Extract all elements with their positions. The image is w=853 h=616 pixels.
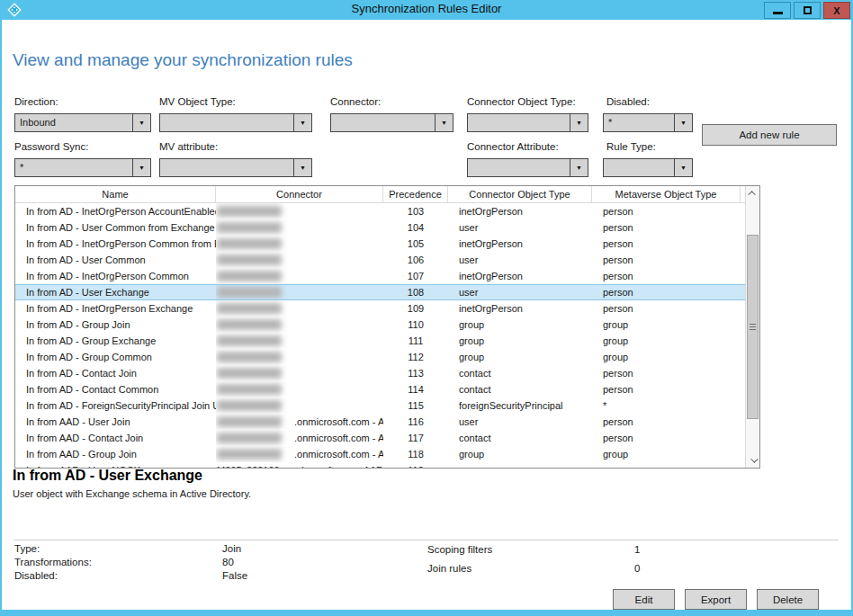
table-row[interactable]: In from AD - InetOrgPerson Common107inet… [15,268,745,284]
redacted-connector [217,206,282,217]
connector-cell [216,252,383,268]
chevron-down-icon: ▼ [139,120,145,126]
rule-name-cell: In from AD - User Common from Exchange [15,219,216,236]
table-row[interactable]: In from AD - ForeignSecurityPrincipal Jo… [15,397,745,414]
connector-cell: .onmicrosoft.com - AAD [216,414,383,430]
chevron-down-icon: ▼ [680,120,687,126]
table-body: In from AD - InetOrgPerson AccountEnable… [15,203,745,468]
direction-dropdown[interactable]: Inbound ▼ [14,113,151,132]
metaverse-object-type-cell: person [592,414,741,430]
type-label: Type: [14,543,40,554]
direction-dropdown-button[interactable]: ▼ [132,114,150,131]
column-header-metaverse-object-type[interactable]: Metaverse Object Type [592,186,741,202]
connector-object-type-cell: inetOrgPerson [448,300,592,317]
scrollbar-up-button[interactable] [746,186,759,201]
column-header-precedence[interactable]: Precedence [383,186,448,202]
mv-attribute-dropdown-button[interactable]: ▼ [293,159,311,176]
table-row[interactable]: In from AD - User Common from Exchange10… [15,219,745,236]
table-row[interactable]: In from AD - Group Exchange111groupgroup [15,333,745,349]
close-button[interactable]: X [823,2,850,19]
table-row[interactable]: In from AD - InetOrgPerson AccountEnable… [15,203,745,219]
scrollbar-thumb[interactable] [747,235,759,419]
precedence-cell: 105 [383,236,448,252]
chevron-down-icon: ▼ [680,165,687,171]
mv-attribute-value [160,159,293,176]
connector-object-type-cell: contact [448,430,592,446]
metaverse-object-type-cell: * [592,397,741,414]
rule-name-cell: In from AD - Contact Join [15,365,216,381]
mv-object-type-dropdown-button[interactable]: ▼ [293,114,311,131]
connector-object-type-cell: user [448,252,592,268]
column-header-name[interactable]: Name [15,186,216,202]
rule-name-cell: In from AAD - User Join [15,414,216,430]
rule-type-value [604,159,674,176]
rule-name-cell: In from AD - ForeignSecurityPrincipal Jo… [15,397,216,414]
table-row[interactable]: In from AAD - Contact Join.onmicrosoft.c… [15,430,745,446]
scrollbar-grip-icon [750,324,756,330]
connector-object-type-cell: group [448,333,592,349]
table-row[interactable]: In from AD - Group Join110groupgroup [15,317,745,333]
table-row[interactable]: In from AD - Group Common112groupgroup [15,349,745,365]
table-row[interactable]: In from AD - User Exchange108userperson [15,284,745,300]
table-row[interactable]: In from AD - InetOrgPerson Exchange109in… [15,300,745,317]
column-header-connector[interactable]: Connector [216,186,383,202]
add-new-rule-button[interactable]: Add new rule [702,124,837,146]
minimize-icon [773,12,783,14]
password-sync-dropdown[interactable]: * ▼ [14,158,151,177]
connector-attribute-dropdown-button[interactable]: ▼ [570,159,588,176]
connector-object-type-dropdown[interactable]: ▼ [467,113,588,132]
table-row[interactable]: In from AD - Contact Join113contactperso… [15,365,745,381]
connector-attribute-dropdown[interactable]: ▼ [467,158,588,177]
connector-object-type-dropdown-button[interactable]: ▼ [570,114,588,131]
table-row[interactable]: In from AAD - Group Join.onmicrosoft.com… [15,446,745,462]
connector-object-type-cell: user [448,462,592,468]
connector-cell [216,219,383,236]
rule-type-dropdown-button[interactable]: ▼ [674,159,692,176]
table-row[interactable]: In from AAD - User Join.onmicrosoft.com … [15,414,745,430]
redacted-connector [217,222,282,233]
metaverse-object-type-cell: person [592,300,741,317]
connector-dropdown[interactable]: ▼ [330,113,453,132]
vertical-scrollbar[interactable] [745,186,759,468]
precedence-cell: 111 [383,333,448,349]
maximize-button[interactable] [794,2,821,19]
password-sync-dropdown-button[interactable]: ▼ [132,159,150,176]
connector-dropdown-button[interactable]: ▼ [435,114,453,131]
export-button[interactable]: Export [685,589,747,610]
metaverse-object-type-cell: group [592,333,741,349]
mv-object-type-label: MV Object Type: [159,96,236,107]
table-row[interactable]: In from AD - User Common106userperson [15,252,745,268]
connector-object-type-cell: user [448,414,592,430]
minimize-button[interactable] [764,2,791,19]
column-header-connector-object-type[interactable]: Connector Object Type [448,186,592,202]
scrollbar-down-button[interactable] [746,453,759,468]
disabled-dropdown-button[interactable]: ▼ [674,114,692,131]
disabled-dropdown[interactable]: * ▼ [603,113,693,132]
rules-table: Name Connector Precedence Connector Obje… [14,185,760,469]
table-row[interactable]: In from AD - Contact Common114contactper… [15,381,745,397]
mv-object-type-dropdown[interactable]: ▼ [159,113,312,132]
table-row[interactable]: In from AD - InetOrgPerson Common from E… [15,236,745,252]
connector-cell [216,236,383,252]
connector-object-type-cell: contact [448,381,592,397]
mv-attribute-dropdown[interactable]: ▼ [159,158,312,177]
connector-cell [216,285,383,299]
disabled-detail-label: Disabled: [14,570,58,581]
connector-cell: .onmicrosoft.com - AAD [216,446,383,462]
connector-cell [216,381,383,397]
connector-object-type-cell: group [448,446,592,462]
disabled-label: Disabled: [606,96,650,107]
connector-attribute-label: Connector Attribute: [467,141,559,152]
precedence-cell: 104 [383,219,448,236]
table-header: Name Connector Precedence Connector Obje… [15,186,745,203]
precedence-cell: 115 [383,397,448,414]
content-area: View and manage your synchronization rul… [2,20,851,610]
metaverse-object-type-cell: person [592,252,741,268]
connector-object-type-cell: group [448,349,592,365]
rule-type-dropdown[interactable]: ▼ [603,158,693,177]
precedence-cell: 110 [383,317,448,333]
edit-button[interactable]: Edit [613,589,675,610]
title-bar[interactable]: Synchronization Rules Editor X [0,0,853,20]
delete-button[interactable]: Delete [757,589,819,610]
chevron-down-icon: ▼ [441,120,447,126]
